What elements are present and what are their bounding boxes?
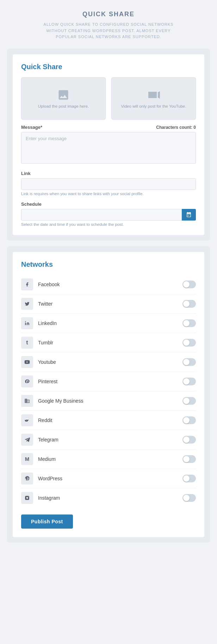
telegram-toggle[interactable] [182, 436, 196, 444]
image-placeholder-icon [57, 89, 70, 101]
tumblr-icon-wrap: t [21, 337, 33, 349]
tumblr-toggle[interactable] [182, 339, 196, 347]
page-header: QUICK SHARE ALLOW QUICK SHARE TO CONFIGU… [7, 11, 210, 40]
pinterest-icon-wrap [21, 375, 33, 387]
message-label: Message* [21, 125, 42, 130]
reddit-name: Reddit [38, 417, 182, 423]
network-list: Facebook Twitter LinkedIn [21, 275, 196, 507]
pinterest-toggle[interactable] [182, 378, 196, 385]
page-subtitle: ALLOW QUICK SHARE TO CONFIGURED SOCIAL N… [38, 22, 179, 40]
facebook-name: Facebook [38, 282, 182, 287]
schedule-section: Schedule Select the date and time if you… [21, 201, 196, 227]
youtube-icon-wrap [21, 356, 33, 368]
calendar-button[interactable] [182, 209, 196, 221]
reddit-icon-wrap [21, 414, 33, 426]
medium-name: Medium [38, 456, 182, 462]
svg-point-4 [27, 420, 28, 421]
quick-share-outer-card: Quick Share Upload the post image here. … [7, 49, 210, 241]
telegram-icon-wrap [21, 434, 33, 446]
network-item-tumblr: t Tumblr [21, 333, 196, 353]
pinterest-icon [25, 379, 30, 384]
network-item-youtube: Youtube [21, 353, 196, 372]
telegram-icon [25, 437, 30, 442]
twitter-toggle[interactable] [182, 300, 196, 308]
video-upload-label: Video will only post for the YouTube. [121, 104, 186, 108]
youtube-toggle[interactable] [182, 358, 196, 366]
pinterest-name: Pinterest [38, 379, 182, 384]
upload-row: Upload the post image here. Video will o… [21, 77, 196, 120]
reddit-icon [24, 417, 30, 423]
facebook-toggle[interactable] [182, 281, 196, 288]
wordpress-icon-wrap [21, 473, 33, 484]
quick-share-inner-card: Quick Share Upload the post image here. … [13, 54, 204, 235]
linkedin-toggle[interactable] [182, 319, 196, 327]
quick-share-title: Quick Share [21, 63, 196, 71]
image-upload-box[interactable]: Upload the post image here. [21, 77, 106, 120]
page-title: QUICK SHARE [7, 11, 210, 18]
wordpress-icon [25, 476, 30, 481]
tumblr-name: Tumblr [38, 340, 182, 345]
video-placeholder-icon [147, 89, 160, 101]
calendar-icon [186, 212, 192, 217]
publish-post-button[interactable]: Publish Post [21, 514, 73, 529]
network-item-facebook: Facebook [21, 275, 196, 294]
facebook-icon-wrap [21, 278, 33, 290]
gmb-toggle[interactable] [182, 397, 196, 405]
twitter-name: Twitter [38, 301, 182, 307]
twitter-icon-wrap [21, 298, 33, 310]
facebook-icon [25, 282, 30, 287]
svg-point-3 [26, 420, 26, 421]
medium-toggle[interactable] [182, 455, 196, 463]
link-input[interactable] [21, 178, 196, 190]
char-count: Characters count: 0 [156, 125, 196, 130]
networks-outer-card: Networks Facebook Twitter [7, 246, 210, 543]
schedule-input[interactable] [21, 209, 196, 221]
networks-title: Networks [21, 260, 196, 269]
network-item-medium: M Medium [21, 450, 196, 469]
network-item-instagram: Instagram [21, 488, 196, 507]
gmb-icon [24, 398, 30, 404]
network-item-twitter: Twitter [21, 294, 196, 314]
telegram-name: Telegram [38, 437, 182, 443]
network-item-reddit: Reddit [21, 411, 196, 430]
youtube-name: Youtube [38, 359, 182, 365]
schedule-label: Schedule [21, 201, 196, 207]
link-hint: Link is requires when you want to share … [21, 192, 196, 196]
network-item-wordpress: WordPress [21, 469, 196, 488]
twitter-icon [25, 301, 30, 306]
gmb-name: Google My Business [38, 398, 182, 404]
instagram-name: Instagram [38, 495, 182, 501]
network-item-pinterest: Pinterest [21, 372, 196, 391]
video-upload-box[interactable]: Video will only post for the YouTube. [111, 77, 196, 120]
schedule-input-wrap [21, 209, 196, 221]
svg-point-0 [25, 321, 26, 322]
network-item-linkedin: LinkedIn [21, 314, 196, 333]
schedule-hint: Select the date and time if you want to … [21, 222, 196, 227]
wordpress-name: WordPress [38, 476, 182, 481]
network-item-gmb: Google My Business [21, 391, 196, 411]
youtube-icon [24, 359, 30, 365]
tumblr-icon: t [26, 339, 28, 346]
instagram-icon-wrap [21, 492, 33, 504]
medium-icon-wrap: M [21, 453, 33, 465]
medium-icon: M [25, 456, 30, 462]
image-upload-label: Upload the post image here. [38, 104, 89, 108]
linkedin-icon-wrap [21, 317, 33, 329]
gmb-icon-wrap [21, 395, 33, 407]
message-field-header: Message* Characters count: 0 [21, 125, 196, 130]
networks-inner-card: Networks Facebook Twitter [13, 252, 204, 537]
link-section: Link Link is requires when you want to s… [21, 171, 196, 196]
instagram-icon [25, 495, 30, 500]
linkedin-name: LinkedIn [38, 320, 182, 326]
wordpress-toggle[interactable] [182, 475, 196, 482]
message-input[interactable] [21, 132, 196, 164]
network-item-telegram: Telegram [21, 430, 196, 450]
link-label: Link [21, 171, 196, 176]
linkedin-icon [25, 321, 30, 326]
instagram-toggle[interactable] [182, 494, 196, 502]
reddit-toggle[interactable] [182, 416, 196, 424]
